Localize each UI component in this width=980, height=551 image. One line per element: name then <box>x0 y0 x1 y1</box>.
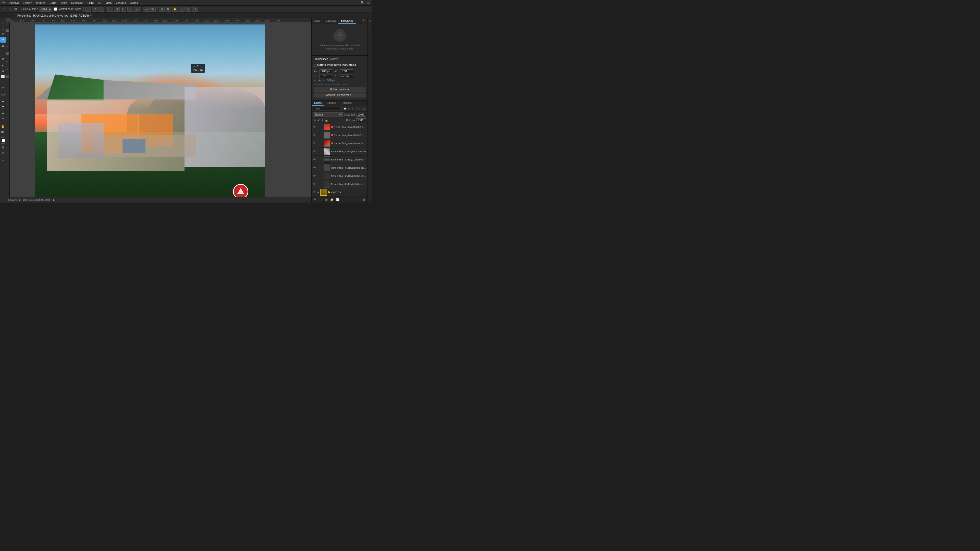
menu-edicion[interactable]: Edición <box>21 1 34 5</box>
select-options-1[interactable]: ⬚ <box>8 6 13 12</box>
align-vcenter[interactable]: ⊟ <box>92 6 97 12</box>
menu-seleccion[interactable]: Selección <box>69 1 85 5</box>
right-panel-icon-2[interactable]: A <box>368 24 372 27</box>
tab-bibliotecas[interactable]: Bibliotecas <box>339 18 356 24</box>
edit-content-btn[interactable]: Editar contenido <box>313 87 366 92</box>
right-panel-icon-3[interactable]: ≡ <box>368 27 372 31</box>
move-tool-icon[interactable]: ✛ <box>2 6 6 12</box>
menu-ventana[interactable]: Ventana <box>114 1 127 5</box>
tab-propiedades[interactable]: Propiedades <box>313 58 328 61</box>
tab-trazados[interactable]: Trazados <box>339 100 354 106</box>
tool-blur[interactable]: ⊙ <box>0 86 6 91</box>
visibility-toggle[interactable]: 👁 <box>313 191 316 194</box>
show-transform-checkbox[interactable] <box>54 7 57 11</box>
tool-crop[interactable]: ⧉ <box>0 43 6 48</box>
menu-archivo[interactable]: Archivo <box>8 1 21 5</box>
filter-type[interactable]: T <box>351 107 354 110</box>
tool-patch[interactable]: ⊘ <box>0 56 6 62</box>
layer-select[interactable]: Capa <box>39 6 52 12</box>
mode-3d[interactable]: Modo 3D <box>143 6 156 12</box>
lock-transparent[interactable]: ⊘ <box>313 119 316 122</box>
tool-gradient[interactable]: ▭ <box>0 79 6 85</box>
filter-on[interactable]: ◎ <box>363 107 366 110</box>
workspace-icon[interactable]: ⊞ <box>366 1 369 5</box>
menu-filtro[interactable]: Filtro <box>86 1 95 5</box>
right-panel-icon-1[interactable]: ⊞ <box>368 19 372 23</box>
3d-extra[interactable]: ⊡ <box>192 6 198 12</box>
filter-pixel[interactable]: 🔲 <box>343 107 347 110</box>
visibility-toggle[interactable]: 👁 <box>313 125 316 129</box>
blend-mode-select[interactable]: Normal Multiplicar Pantalla Superponer <box>313 112 343 117</box>
tool-shape[interactable]: □ <box>0 116 6 122</box>
tool-hand[interactable]: ✋ <box>0 124 6 129</box>
select-options-2[interactable]: ▤ <box>13 6 18 12</box>
3d-pan[interactable]: ✋ <box>172 6 178 12</box>
visibility-toggle[interactable]: 👁 <box>313 150 316 153</box>
tool-screen[interactable]: ⬡ <box>0 150 6 156</box>
tool-brush[interactable]: 🖌 <box>0 62 6 68</box>
distribute-1[interactable]: ⫿ <box>127 6 133 12</box>
visibility-toggle[interactable]: 👁 <box>313 166 316 170</box>
tab-color[interactable]: Color <box>312 18 323 24</box>
add-mask-btn[interactable]: ⬚ <box>318 197 323 202</box>
panel-list-view[interactable]: ≡ <box>365 19 366 23</box>
menu-ayuda[interactable]: Ayuda <box>128 1 140 5</box>
new-group-btn[interactable]: 📁 <box>329 197 334 202</box>
tool-type[interactable]: T <box>0 105 6 110</box>
status-arrow[interactable]: ▶ <box>19 198 21 201</box>
layers-list[interactable]: 👁 Render final_4.MultiMatteElement_m... … <box>312 123 368 196</box>
layer-item[interactable]: 👁 Render final_4.VRayLightSelect_exter..… <box>312 172 368 180</box>
add-adjustment-btn[interactable]: ◑ <box>324 197 329 202</box>
tool-select-rect[interactable]: ⬚ <box>0 25 6 31</box>
right-panel-icon-4[interactable]: T <box>368 32 372 35</box>
menu-vista[interactable]: Vista <box>103 1 113 5</box>
tool-mode[interactable]: Q <box>0 144 6 150</box>
image-canvas[interactable]: →: 0 px ↑: 587 px <box>10 22 311 203</box>
layer-item[interactable]: 👁 Render final_4.VRayWireColor.exr <box>312 148 368 156</box>
tool-move[interactable]: ✛ <box>0 19 6 25</box>
align-hcenter[interactable]: ⊞ <box>114 6 120 12</box>
3d-scale[interactable]: ⤡ <box>186 6 191 12</box>
tool-dodge[interactable]: ◯ <box>0 91 6 97</box>
lock-all[interactable]: 🔒 <box>325 119 328 122</box>
lock-image[interactable]: 🖌 <box>317 119 320 122</box>
add-fx-btn[interactable]: fx <box>313 197 318 202</box>
align-top[interactable]: ⊤ <box>85 6 91 12</box>
new-layer-btn[interactable]: 📄 <box>335 197 340 202</box>
visibility-toggle[interactable]: 👁 <box>313 158 316 162</box>
align-left[interactable]: ⊣ <box>107 6 113 12</box>
tool-more[interactable]: ··· <box>0 158 6 163</box>
type-filter[interactable]: Tipo ▾ <box>313 107 342 110</box>
3d-slide[interactable]: ↔ <box>179 6 185 12</box>
align-right[interactable]: ⊢ <box>121 6 126 12</box>
visibility-toggle[interactable]: 👁 <box>313 141 316 145</box>
progress-arrow[interactable]: ▶ <box>53 198 55 201</box>
tool-pen[interactable]: ✒ <box>0 99 6 104</box>
canvas-area[interactable]: 100 200 300 400 500 600 700 800 900 1000… <box>6 18 311 203</box>
convert-linked-btn[interactable]: Convertir en enlazado... <box>313 93 366 97</box>
delete-layer-btn[interactable]: 🗑 <box>361 197 366 202</box>
tool-lasso[interactable]: ⌾ <box>0 31 6 37</box>
tool-clone[interactable]: ⊕ <box>0 68 6 73</box>
tab-muestras[interactable]: Muestras <box>323 18 339 24</box>
layer-item[interactable]: 👁 Render final_4.VRayLightSelect_dom... <box>312 164 368 172</box>
tool-quick-select[interactable]: ✦ <box>0 37 6 43</box>
layer-item[interactable]: 👁 Render final_4.MultiMatteElement_m... <box>312 123 368 131</box>
group-expand-icon[interactable]: ▶ <box>317 191 320 194</box>
visibility-toggle[interactable]: 👁 <box>313 133 316 137</box>
tab-close[interactable]: × <box>90 14 91 17</box>
tool-eyedropper[interactable]: ⌇ <box>0 49 6 54</box>
tool-zoom[interactable]: 🔍 <box>0 130 6 135</box>
menu-3d[interactable]: 3D <box>96 1 103 5</box>
layer-item[interactable]: 👁 Render final_4.MultiMatteElement_m... <box>312 131 368 139</box>
lock-position[interactable]: ✛ <box>321 119 324 122</box>
background-color[interactable] <box>2 139 5 142</box>
layer-item[interactable]: 👁 Render final_4.MultiMatteElement_ob... <box>312 139 368 148</box>
3d-roll[interactable]: ⟳ <box>165 6 171 12</box>
main-tab[interactable]: Render final_4K U6-L1.psd al 64.1% (vp_s… <box>15 13 94 18</box>
filter-shape[interactable]: □ <box>355 107 357 110</box>
menu-texto[interactable]: Texto <box>59 1 69 5</box>
tab-ajustes[interactable]: Ajustes <box>330 58 339 61</box>
menu-capa[interactable]: Capa <box>48 1 58 5</box>
visibility-toggle[interactable]: 👁 <box>313 174 316 178</box>
